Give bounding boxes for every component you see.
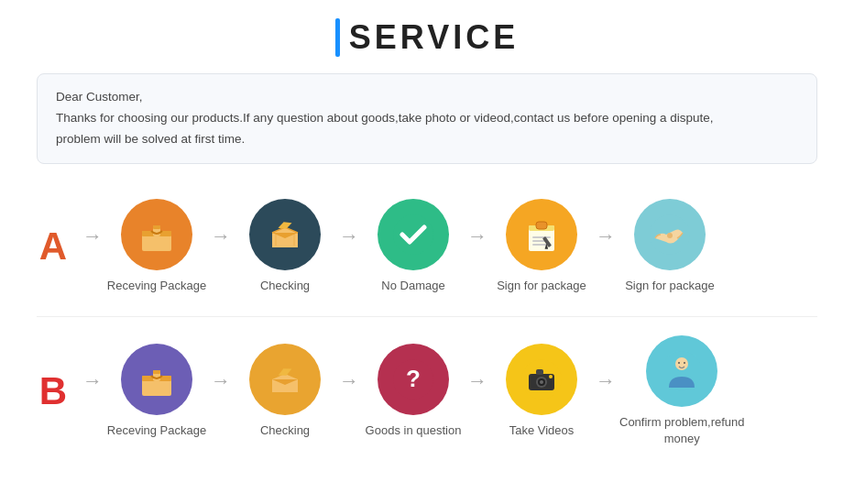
row-b-label: B	[37, 369, 70, 413]
title-section: SERVICE	[37, 18, 817, 57]
svg-point-32	[684, 362, 685, 364]
page-title: SERVICE	[349, 18, 519, 57]
row-a-label: A	[37, 225, 70, 268]
svg-rect-7	[536, 222, 547, 229]
flows-wrapper: A → Receving Package →	[37, 190, 817, 461]
step-b3: ? Goods in question	[363, 344, 464, 439]
step-b2-label: Checking	[260, 422, 310, 439]
step-b4-label: Take Videos	[509, 422, 575, 439]
step-b3-icon: ?	[378, 344, 449, 415]
arrow-b0: →	[82, 369, 103, 393]
step-a5: Sign for package	[619, 199, 720, 294]
svg-rect-18	[153, 370, 160, 374]
svg-rect-27	[536, 369, 543, 375]
svg-point-4	[393, 214, 433, 255]
notice-box: Dear Customer, Thanks for choosing our p…	[37, 73, 817, 164]
arrow-b2: →	[339, 369, 359, 393]
arrow-a3: →	[467, 225, 487, 248]
step-b4: Take Videos	[491, 344, 592, 439]
notice-line2: Thanks for choosing our products.If any …	[56, 108, 798, 129]
step-b2-icon	[249, 344, 321, 415]
step-b1: Receving Package	[106, 344, 207, 439]
step-a4: Sign for package	[491, 199, 592, 294]
svg-rect-9	[532, 240, 545, 242]
step-a1-icon	[121, 199, 192, 270]
step-a2: Checking	[235, 199, 335, 294]
svg-point-26	[540, 380, 543, 384]
step-a5-icon	[634, 199, 706, 270]
step-a3-label: No Damage	[381, 278, 444, 294]
step-a4-label: Sign for package	[497, 278, 586, 294]
svg-rect-8	[532, 236, 551, 238]
step-a4-icon	[506, 199, 577, 270]
svg-rect-3	[153, 225, 160, 229]
arrow-a4: →	[596, 225, 616, 248]
svg-point-28	[549, 375, 553, 378]
flow-row-b: B → Receving Package →	[37, 326, 817, 451]
step-a3-icon	[378, 199, 449, 270]
step-a1-label: Receving Package	[107, 278, 206, 294]
svg-text:?: ?	[406, 365, 421, 392]
svg-point-14	[667, 233, 673, 238]
step-b5-label: Confirm problem,refundmoney	[619, 414, 745, 447]
step-a5-label: Sign for package	[625, 278, 715, 294]
step-b4-icon	[506, 344, 577, 415]
arrow-b1: →	[211, 369, 231, 393]
step-a2-label: Checking	[260, 278, 310, 294]
arrow-a1: →	[211, 225, 231, 248]
svg-point-31	[678, 362, 680, 364]
step-b1-icon	[121, 344, 192, 415]
title-accent-bar	[335, 18, 340, 57]
step-a2-icon	[249, 199, 321, 270]
step-b5: Confirm problem,refundmoney	[619, 335, 745, 447]
svg-rect-10	[532, 244, 547, 246]
notice-line3: problem will be solved at first time.	[56, 129, 798, 150]
step-a3: No Damage	[363, 199, 464, 294]
step-b2: Checking	[235, 344, 335, 439]
arrow-a2: →	[339, 225, 359, 248]
step-a1: Receving Package	[106, 199, 207, 294]
step-b1-label: Receving Package	[107, 422, 206, 439]
arrow-a0: →	[82, 225, 103, 248]
row-divider	[37, 316, 817, 317]
arrow-b4: →	[596, 369, 616, 393]
flow-row-a: A → Receving Package →	[37, 190, 817, 298]
notice-line1: Dear Customer,	[56, 87, 798, 108]
step-b3-label: Goods in question	[366, 422, 462, 439]
arrow-b3: →	[467, 369, 487, 393]
step-b5-icon	[646, 335, 717, 407]
